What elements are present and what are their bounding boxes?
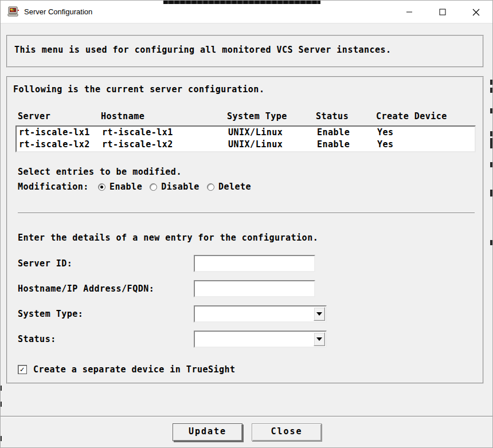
background-window-edge: [490, 138, 492, 148]
background-window-edge: [1, 386, 2, 391]
close-dialog-button[interactable]: Close: [252, 423, 322, 441]
update-button[interactable]: Update: [173, 423, 242, 441]
config-panel: Following is the current server configur…: [6, 76, 484, 384]
hostname-input[interactable]: [194, 280, 315, 297]
cell-create-device: Yes: [377, 139, 475, 151]
minimize-button[interactable]: [393, 1, 426, 23]
background-window-edge: [490, 80, 492, 85]
server-id-label: Server ID:: [18, 258, 194, 269]
background-window-edge: [490, 240, 492, 245]
minimize-icon: [406, 9, 413, 15]
column-header-create-device: Create Device: [376, 111, 478, 121]
dropdown-arrow-button[interactable]: [314, 332, 325, 346]
select-entries-text: Select entries to be modified.: [13, 167, 478, 177]
titlebar: Server Configuration: [1, 1, 492, 23]
radio-button-icon[interactable]: [150, 183, 157, 191]
create-device-label: Create a separate device in TrueSight: [33, 364, 236, 375]
status-dropdown[interactable]: [194, 331, 327, 348]
server-listbox[interactable]: rt-iscale-lx1 rt-iscale-lx1 UNIX/Linux E…: [15, 125, 476, 152]
radio-option-disable[interactable]: Disable: [150, 182, 199, 192]
field-row-server-id: Server ID:: [13, 255, 478, 272]
column-header-status: Status: [316, 111, 376, 121]
cell-system-type: UNIX/Linux: [228, 139, 317, 151]
modification-label: Modification:: [18, 182, 98, 192]
section-separator: [18, 213, 475, 214]
create-device-row: ✓ Create a separate device in TrueSight: [13, 364, 478, 375]
cell-hostname: rt-iscale-lx2: [102, 139, 228, 151]
cell-server: rt-iscale-lx2: [19, 139, 102, 151]
background-window-edge: [490, 88, 492, 93]
server-configuration-dialog: { "window": { "title": "Server Configura…: [0, 0, 493, 448]
radio-label: Delete: [218, 182, 251, 192]
window-title: Server Configuration: [24, 7, 92, 16]
radio-button-icon[interactable]: [98, 183, 105, 191]
column-header-server: Server: [18, 111, 101, 121]
close-icon: [472, 9, 480, 16]
app-icon: [7, 6, 19, 18]
chevron-down-icon: [316, 337, 322, 341]
radio-label: Enable: [109, 182, 142, 192]
maximize-icon: [439, 9, 446, 15]
cell-hostname: rt-iscale-lx1: [102, 127, 228, 139]
system-type-dropdown[interactable]: [194, 305, 327, 323]
background-window-edge: [490, 108, 492, 113]
maximize-button[interactable]: [426, 1, 459, 23]
background-window-edge: [490, 190, 492, 197]
modification-row: Modification: Enable Disable Delete: [13, 182, 478, 192]
create-device-checkbox[interactable]: ✓: [18, 365, 27, 374]
cell-status: Enable: [317, 127, 377, 139]
table-row[interactable]: rt-iscale-lx1 rt-iscale-lx1 UNIX/Linux E…: [17, 127, 475, 139]
server-id-input[interactable]: [194, 255, 315, 272]
status-label: Status:: [18, 334, 194, 344]
radio-option-delete[interactable]: Delete: [207, 182, 251, 192]
background-window-edge: [490, 162, 492, 167]
cell-status: Enable: [317, 139, 377, 151]
cell-create-device: Yes: [377, 127, 475, 139]
background-window-edge: [1, 436, 2, 441]
table-row[interactable]: rt-iscale-lx2 rt-iscale-lx2 UNIX/Linux E…: [17, 139, 475, 151]
cell-server: rt-iscale-lx1: [19, 127, 102, 139]
column-header-system-type: System Type: [227, 111, 316, 121]
radio-option-enable[interactable]: Enable: [98, 182, 142, 192]
footer-separator: [1, 416, 493, 417]
background-window-edge: [163, 1, 320, 4]
cell-system-type: UNIX/Linux: [228, 127, 317, 139]
config-heading: Following is the current server configur…: [13, 84, 478, 95]
field-row-status: Status:: [13, 331, 478, 348]
chevron-down-icon: [316, 312, 322, 316]
dropdown-arrow-button[interactable]: [314, 307, 325, 321]
system-type-label: System Type:: [18, 309, 194, 319]
window-controls: [393, 1, 492, 23]
close-button[interactable]: [459, 1, 492, 23]
intro-text: This menu is used for configuring all mo…: [14, 45, 476, 55]
new-entry-heading: Enter the details of a new entry for the…: [13, 233, 478, 243]
background-window-edge: [1, 402, 2, 407]
column-header-hostname: Hostname: [101, 111, 227, 121]
table-header: Server Hostname System Type Status Creat…: [13, 111, 478, 121]
field-row-hostname: Hostname/IP Address/FQDN:: [13, 280, 478, 297]
intro-panel: This menu is used for configuring all mo…: [6, 35, 484, 68]
radio-label: Disable: [161, 182, 199, 192]
radio-button-icon[interactable]: [207, 183, 214, 191]
background-window-edge: [490, 131, 492, 136]
field-row-system-type: System Type:: [13, 305, 478, 323]
hostname-label: Hostname/IP Address/FQDN:: [18, 284, 194, 294]
